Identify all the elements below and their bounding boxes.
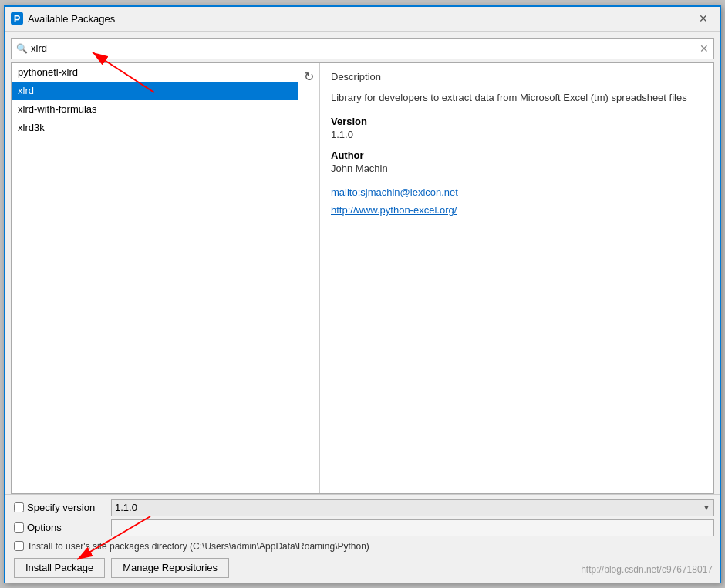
window-title: Available Packages [28, 13, 115, 25]
buttons-row: Install Package Manage Repositories [11, 558, 714, 578]
package-name: xlrd [18, 85, 34, 96]
version-select-text: 1.1.0 [115, 502, 700, 513]
title-bar-left: P Available Packages [11, 12, 115, 25]
mailto-link[interactable]: mailto:sjmachin@lexicon.net [331, 183, 703, 201]
list-item[interactable]: pythonetl-xlrd [12, 63, 298, 82]
search-icon: 🔍 [16, 43, 28, 54]
description-text: Library for developers to extract data f… [331, 90, 703, 106]
package-name: pythonetl-xlrd [18, 66, 78, 78]
title-bar: P Available Packages ✕ [5, 7, 720, 32]
main-content: pythonetl-xlrd xlrd xlrd-with-formulas x… [11, 62, 714, 494]
search-input[interactable] [31, 42, 696, 54]
list-item[interactable]: xlrd3k [12, 119, 298, 137]
right-panel: Description Library for developers to ex… [320, 63, 713, 493]
package-name: xlrd3k [18, 122, 45, 133]
manage-repositories-button[interactable]: Manage Repositories [111, 558, 229, 578]
options-label: Options [27, 522, 62, 533]
list-item[interactable]: xlrd-with-formulas [12, 100, 298, 119]
install-package-button[interactable]: Install Package [14, 558, 105, 578]
version-value: 1.1.0 [331, 129, 703, 140]
available-packages-window: P Available Packages ✕ 🔍 ✕ pythonetl-xlr… [4, 5, 721, 583]
options-input[interactable] [111, 519, 714, 536]
app-icon: P [11, 12, 23, 25]
bottom-section: Specify version 1.1.0 ▼ Options Install … [5, 494, 720, 583]
left-panel: pythonetl-xlrd xlrd xlrd-with-formulas x… [12, 63, 320, 493]
website-link[interactable]: http://www.python-excel.org/ [331, 201, 703, 219]
install-path-row: Install to user's site packages director… [11, 541, 714, 552]
install-path-label: Install to user's site packages director… [29, 541, 369, 552]
specify-version-label: Specify version [27, 502, 95, 513]
search-clear-icon[interactable]: ✕ [700, 42, 709, 55]
version-label: Version [331, 116, 703, 127]
list-item[interactable]: xlrd [12, 82, 298, 100]
description-header: Description [331, 71, 703, 82]
options-checkbox[interactable] [14, 522, 24, 533]
refresh-icon: ↻ [304, 69, 314, 84]
refresh-button[interactable]: ↻ [298, 63, 319, 493]
close-button[interactable]: ✕ [693, 11, 714, 26]
specify-version-checkbox[interactable] [14, 502, 24, 512]
options-row: Options [11, 519, 714, 536]
package-list: pythonetl-xlrd xlrd xlrd-with-formulas x… [12, 63, 298, 493]
search-bar: 🔍 ✕ [11, 38, 714, 59]
specify-version-row: Specify version 1.1.0 ▼ [11, 499, 714, 516]
package-name: xlrd-with-formulas [18, 103, 97, 115]
author-label: Author [331, 150, 703, 161]
install-path-checkbox[interactable] [14, 541, 24, 551]
dropdown-arrow-icon: ▼ [703, 503, 710, 512]
author-value: John Machin [331, 163, 703, 174]
